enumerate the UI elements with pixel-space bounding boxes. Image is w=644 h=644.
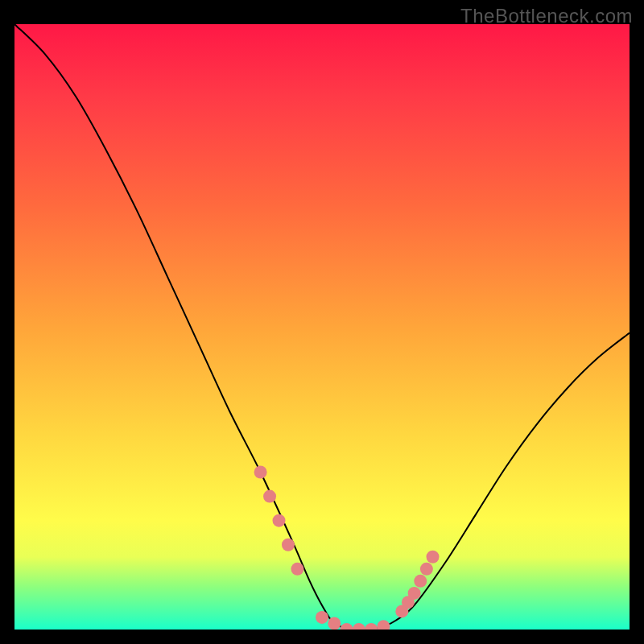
marker-point xyxy=(427,551,440,564)
chart-svg xyxy=(14,24,630,630)
marker-point xyxy=(414,575,427,588)
bottleneck-curve-path xyxy=(14,24,630,630)
marker-point xyxy=(341,623,353,630)
plot-area xyxy=(14,24,630,630)
marker-point xyxy=(408,587,421,600)
marker-point xyxy=(353,623,365,630)
marker-point xyxy=(377,620,390,630)
marker-point xyxy=(282,539,295,551)
highlight-markers xyxy=(254,465,440,630)
marker-point xyxy=(328,617,341,630)
marker-point xyxy=(273,514,286,527)
watermark-text: TheBottleneck.com xyxy=(460,5,633,27)
marker-point xyxy=(365,623,378,630)
marker-point xyxy=(263,490,276,503)
marker-point xyxy=(420,563,433,576)
marker-point xyxy=(291,563,303,576)
marker-point xyxy=(254,465,267,478)
marker-point xyxy=(316,611,328,624)
